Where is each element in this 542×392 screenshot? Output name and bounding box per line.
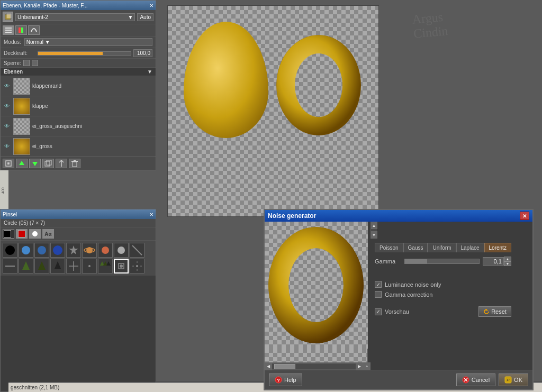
lower-layer-button[interactable] bbox=[29, 159, 41, 168]
brush-item-star[interactable] bbox=[66, 243, 81, 258]
layer-item-eigross-cut[interactable]: 👁 ei_gross_ausgeschni bbox=[1, 116, 156, 136]
help-icon: ? bbox=[275, 376, 282, 384]
help-button[interactable]: ? Help bbox=[269, 373, 302, 386]
preview-checkbox[interactable]: ✓ bbox=[375, 308, 382, 315]
layer-item-klappe[interactable]: 👁 klappe bbox=[1, 96, 156, 116]
svg-point-64 bbox=[136, 265, 138, 267]
raise-layer-button[interactable] bbox=[16, 159, 28, 168]
brush-item-spark[interactable] bbox=[130, 259, 144, 274]
brushes-panel-close[interactable]: ✕ bbox=[149, 212, 153, 217]
brush-item-blue-circle-1[interactable] bbox=[19, 243, 33, 258]
gamma-correction-label[interactable]: Gamma correction bbox=[385, 291, 432, 298]
brush-item-line-h[interactable] bbox=[3, 259, 17, 274]
layers-section-title: Ebenen ▼ bbox=[1, 68, 156, 76]
brush-item-tree-2[interactable] bbox=[34, 259, 49, 274]
brush-item-blue-large[interactable] bbox=[50, 243, 65, 258]
brush-item-tree-dark[interactable] bbox=[50, 259, 65, 274]
opacity-slider[interactable] bbox=[38, 51, 131, 56]
brush-item-tree-1[interactable] bbox=[19, 259, 33, 274]
layer-icon bbox=[3, 12, 13, 22]
scroll-down-button[interactable]: ▼ bbox=[371, 231, 377, 239]
noise-dialog-title: Noise generator bbox=[268, 212, 316, 220]
pattern-preview[interactable]: Aα bbox=[42, 229, 54, 239]
gamma-spin-up[interactable]: ▲ bbox=[504, 257, 511, 261]
lock-checkbox-pixels[interactable] bbox=[23, 60, 30, 66]
tab-poisson[interactable]: Poisson bbox=[375, 243, 403, 252]
luminance-label[interactable]: Luminance noise only bbox=[385, 281, 441, 288]
svg-rect-38 bbox=[47, 160, 51, 165]
brush-item-mars[interactable] bbox=[98, 243, 113, 258]
gamma-correction-checkbox[interactable] bbox=[375, 291, 382, 298]
gamma-input[interactable] bbox=[483, 257, 504, 266]
cancel-button[interactable]: Cancel bbox=[456, 373, 495, 386]
tab-uniform[interactable]: Uniform bbox=[428, 243, 456, 252]
svg-point-49 bbox=[102, 247, 109, 254]
scroll-left-button[interactable]: ◀ bbox=[265, 363, 272, 370]
brush-item-plus[interactable] bbox=[66, 259, 81, 274]
eye-icon-eigross[interactable]: 👁 bbox=[3, 142, 11, 151]
new-layer-button[interactable] bbox=[3, 159, 14, 168]
brush-item-saturn[interactable] bbox=[82, 243, 97, 258]
preview-hscrollbar[interactable]: ◀ ▶ + bbox=[265, 362, 371, 370]
anchor-layer-button[interactable] bbox=[56, 159, 67, 168]
mode-select[interactable]: Normal ▼ bbox=[24, 38, 152, 46]
scroll-right-button[interactable]: ▶ bbox=[356, 363, 363, 370]
layers-panel-close[interactable]: ✕ bbox=[149, 3, 153, 8]
brush-item-trees-small[interactable] bbox=[98, 259, 113, 274]
svg-point-58 bbox=[88, 265, 91, 267]
svg-marker-35 bbox=[19, 161, 24, 165]
ok-button[interactable]: ↵ OK bbox=[499, 373, 528, 386]
preview-label[interactable]: Vorschau bbox=[385, 308, 409, 315]
svg-rect-29 bbox=[5, 30, 12, 31]
scroll-thumb[interactable] bbox=[274, 364, 295, 369]
svg-point-45 bbox=[53, 245, 62, 255]
brush-item-blue-circle-2[interactable] bbox=[34, 243, 49, 258]
layer-list: 👁 klappenrand 👁 klappe 👁 ei_gross_ausges… bbox=[1, 76, 156, 157]
brush-item-gray-circle[interactable] bbox=[114, 243, 129, 258]
layer-name-klappe: klappe bbox=[32, 103, 153, 109]
red-channel[interactable] bbox=[16, 229, 28, 239]
opacity-value[interactable]: 100,0 bbox=[133, 49, 152, 57]
layer-image-select[interactable]: Unbenannt-2 ▼ bbox=[15, 13, 135, 21]
brush-item-dot[interactable] bbox=[82, 259, 97, 274]
scroll-up-button[interactable]: ▲ bbox=[371, 222, 377, 229]
luminance-checkbox[interactable]: ✓ bbox=[375, 281, 382, 288]
svg-marker-61 bbox=[106, 261, 111, 266]
tab-laplace[interactable]: Laplace bbox=[456, 243, 484, 252]
tab-gauss[interactable]: Gauss bbox=[403, 243, 428, 252]
layer-item-eigross[interactable]: 👁 ei_gross bbox=[1, 136, 156, 157]
layer-item-klappenrand[interactable]: 👁 klappenrand bbox=[1, 76, 156, 96]
svg-rect-34 bbox=[7, 162, 10, 165]
scroll-plus-button[interactable]: + bbox=[363, 363, 371, 370]
lock-checkbox-position[interactable] bbox=[32, 60, 38, 66]
svg-rect-30 bbox=[5, 32, 12, 33]
reset-button[interactable]: Reset bbox=[478, 306, 511, 317]
gamma-slider[interactable] bbox=[404, 259, 480, 264]
layers-panel-title: Ebenen, Kanäle, Pfade - Muster, F... bbox=[3, 3, 88, 8]
brush-item-line-diag[interactable] bbox=[130, 243, 144, 258]
layer-thumb-klappe bbox=[13, 98, 30, 115]
delete-layer-button[interactable] bbox=[69, 159, 80, 168]
auto-button[interactable]: Auto bbox=[137, 13, 153, 21]
svg-text:400: 400 bbox=[1, 187, 5, 194]
noise-dialog-close[interactable]: ✕ bbox=[520, 212, 529, 220]
tab-layers[interactable] bbox=[3, 25, 14, 35]
layer-name-klappenrand: klappenrand bbox=[32, 83, 153, 89]
brush-item-box-selected[interactable] bbox=[114, 259, 129, 274]
brush-item-black-circle[interactable] bbox=[3, 243, 17, 258]
eye-icon-klappenrand[interactable]: 👁 bbox=[3, 82, 11, 90]
gamma-spinners: ▲ ▼ bbox=[504, 257, 511, 266]
tab-channels[interactable] bbox=[15, 25, 27, 35]
foreground-color[interactable] bbox=[3, 229, 14, 239]
layers-panel: Ebenen, Kanäle, Pfade - Muster, F... ✕ U… bbox=[0, 0, 156, 170]
tab-paths[interactable] bbox=[28, 25, 40, 35]
ring-svg bbox=[274, 32, 364, 138]
spacer bbox=[375, 270, 511, 281]
tab-lorentz[interactable]: Lorentz bbox=[484, 243, 511, 252]
eye-icon-eigross-cut[interactable]: 👁 bbox=[3, 122, 11, 131]
duplicate-layer-button[interactable] bbox=[42, 159, 54, 168]
brush-preview[interactable] bbox=[29, 229, 41, 239]
eye-icon-klappe[interactable]: 👁 bbox=[3, 102, 11, 111]
gamma-spin-down[interactable]: ▼ bbox=[504, 261, 511, 266]
brushes-panel-titlebar: Pinsel ✕ bbox=[1, 209, 156, 219]
